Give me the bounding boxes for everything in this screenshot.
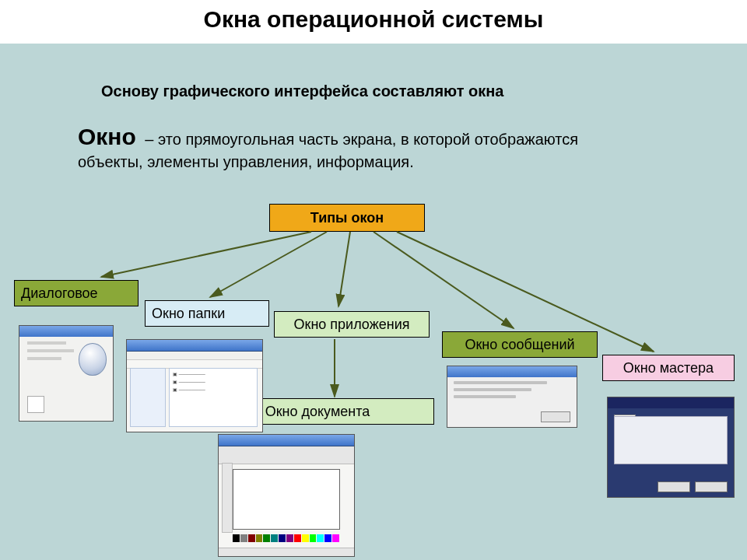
page-title: Окна операционной системы: [0, 6, 747, 33]
folder-window-mock: ▣ ──────── ▣ ──────── ▣ ────────: [126, 339, 263, 432]
node-app: Окно приложения: [274, 311, 430, 338]
definition-body: – это прямоугольная часть экрана, в кото…: [78, 131, 578, 170]
palette-swatch: [310, 534, 317, 542]
palette-swatch: [324, 534, 331, 542]
mouse-icon: [79, 343, 107, 376]
definition-text: Окно – это прямоугольная часть экрана, в…: [78, 121, 622, 172]
palette-swatch: [317, 534, 324, 542]
diagram-canvas: Основу графического интерфейса составляю…: [0, 44, 747, 560]
palette-swatch: [302, 534, 309, 542]
definition-keyword: Окно: [78, 121, 136, 152]
root-window-types: Типы окон: [269, 204, 425, 232]
palette-swatch: [279, 534, 286, 542]
palette-swatch: [332, 534, 339, 542]
svg-line-2: [338, 232, 350, 306]
palette-swatch: [294, 534, 301, 542]
palette-swatch: [233, 534, 240, 542]
palette-swatch: [271, 534, 278, 542]
wizard-window-mock: ◌: [607, 397, 735, 498]
node-dialog: Диалоговое: [14, 280, 139, 306]
node-folder: Окно папки: [145, 300, 269, 327]
intro-text: Основу графического интерфейса составляю…: [101, 82, 646, 100]
palette-swatch: [263, 534, 270, 542]
svg-line-0: [101, 232, 311, 277]
palette-swatch: [248, 534, 255, 542]
palette-swatch: [256, 534, 263, 542]
dialog-window-mock: [19, 325, 114, 422]
node-messages: Окно сообщений: [442, 331, 598, 358]
palette-swatch: [240, 534, 247, 542]
svg-line-1: [210, 232, 327, 297]
document-window-mock: [218, 434, 355, 557]
palette-swatch: [286, 534, 293, 542]
message-window-mock: [447, 366, 577, 428]
node-wizard: Окно мастера: [602, 355, 735, 381]
